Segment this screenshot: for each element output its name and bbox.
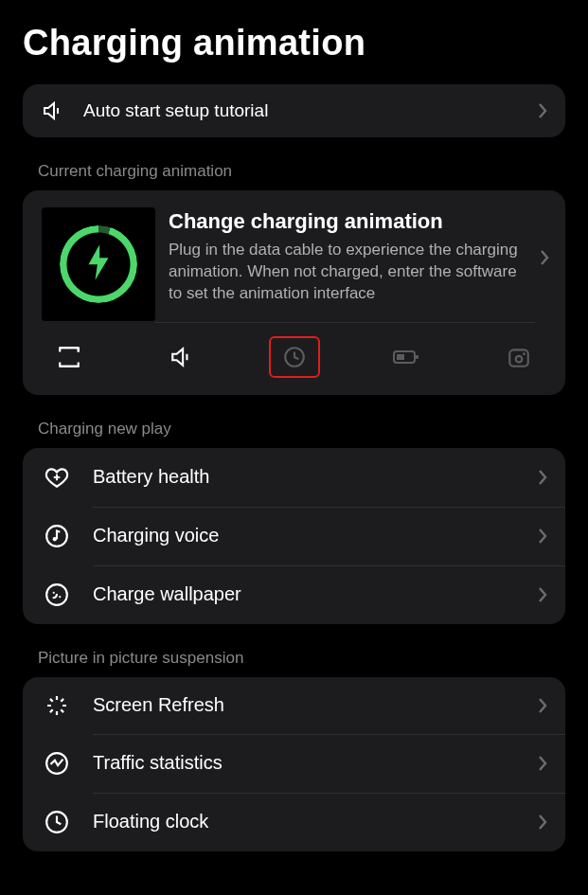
chevron-right-icon xyxy=(537,528,548,545)
current-section-label: Current charging animation xyxy=(38,162,565,181)
change-animation-row[interactable]: Change charging animation Plug in the da… xyxy=(23,190,565,323)
newplay-list: Battery health Charging voice xyxy=(23,448,565,624)
page-title: Charging animation xyxy=(23,23,565,63)
chevron-right-icon xyxy=(537,755,548,772)
clock-icon[interactable] xyxy=(269,336,320,378)
battery-health-label: Battery health xyxy=(93,466,537,488)
chevron-right-icon xyxy=(537,102,548,119)
svg-line-24 xyxy=(50,709,53,712)
speaker-icon xyxy=(40,99,66,122)
traffic-statistics-row[interactable]: Traffic statistics xyxy=(23,734,565,793)
svg-point-16 xyxy=(53,592,55,594)
sound-icon[interactable] xyxy=(156,336,207,378)
screen-refresh-label: Screen Refresh xyxy=(93,694,537,716)
music-note-icon xyxy=(44,524,70,548)
floating-clock-label: Floating clock xyxy=(93,811,537,832)
heart-plus-icon xyxy=(44,465,70,490)
change-animation-title: Change charging animation xyxy=(169,209,529,234)
loading-icon xyxy=(44,694,70,717)
svg-rect-7 xyxy=(397,354,404,360)
svg-point-17 xyxy=(59,596,61,598)
pip-list: Screen Refresh Traffic statistics xyxy=(23,677,565,851)
traffic-statistics-label: Traffic statistics xyxy=(93,752,537,774)
svg-line-21 xyxy=(61,709,63,712)
battery-health-row[interactable]: Battery health xyxy=(23,448,565,507)
loop-icon[interactable] xyxy=(44,336,95,378)
current-animation-card: Change charging animation Plug in the da… xyxy=(23,190,565,395)
chevron-right-icon xyxy=(537,814,548,831)
svg-line-20 xyxy=(50,699,53,702)
svg-rect-6 xyxy=(416,355,419,359)
change-animation-desc: Plug in the data cable to experience the… xyxy=(169,240,529,305)
svg-point-10 xyxy=(516,356,523,363)
chevron-right-icon xyxy=(537,586,548,603)
pip-section-label: Picture in picture suspension xyxy=(38,649,565,668)
camera-icon[interactable] xyxy=(493,336,544,378)
charging-voice-row[interactable]: Charging voice xyxy=(23,507,565,565)
face-icon xyxy=(44,582,70,607)
animation-tool-row xyxy=(23,323,565,395)
tutorial-label: Auto start setup tutorial xyxy=(83,100,537,121)
floating-clock-row[interactable]: Floating clock xyxy=(23,793,565,851)
activity-icon xyxy=(44,751,70,776)
svg-point-9 xyxy=(523,352,526,355)
charging-voice-label: Charging voice xyxy=(93,525,537,546)
auto-start-tutorial-row[interactable]: Auto start setup tutorial xyxy=(23,84,565,137)
animation-preview xyxy=(42,207,155,321)
clock-outline-icon xyxy=(44,810,70,834)
newplay-section-label: Charging new play xyxy=(38,420,565,439)
chevron-right-icon xyxy=(537,469,548,486)
charge-wallpaper-row[interactable]: Charge wallpaper xyxy=(23,565,565,624)
chevron-right-icon xyxy=(535,249,550,279)
screen-refresh-row[interactable]: Screen Refresh xyxy=(23,677,565,734)
svg-line-25 xyxy=(61,699,63,702)
charge-wallpaper-label: Charge wallpaper xyxy=(93,583,537,605)
battery-icon[interactable] xyxy=(381,336,432,378)
tutorial-card: Auto start setup tutorial xyxy=(23,84,565,137)
svg-rect-8 xyxy=(509,349,528,366)
chevron-right-icon xyxy=(537,697,548,714)
bolt-icon xyxy=(85,243,112,285)
